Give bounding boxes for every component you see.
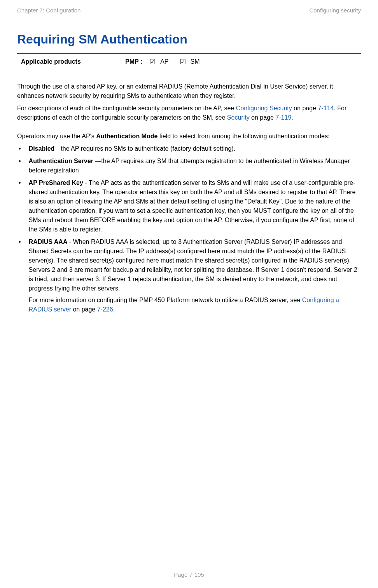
list-item: Disabled—the AP requires no SMs to authe… [17,144,361,153]
checkmark-icon: ☑ [149,57,156,66]
applicable-products-row: Applicable products PMP : ☑ AP ☑ SM [17,57,361,66]
pmp-prefix: PMP : [125,58,142,65]
bullet-bold: RADIUS AAA [29,238,68,245]
link-page-7-119[interactable]: 7-119 [275,114,291,121]
applicable-products-label: Applicable products [21,58,125,65]
bullet-bold: Authentication Server [29,158,95,164]
intro-paragraph-3: Operators may use the AP's Authenticatio… [17,132,361,141]
bullet-text: - When RADIUS AAA is selected, up to 3 A… [29,238,357,292]
link-page-7-114[interactable]: 7-114 [318,105,334,111]
intro-paragraph-1: Through the use of a shared AP key, or a… [17,82,361,101]
link-security[interactable]: Security [227,114,251,121]
bullet-extra-text: on page [71,306,97,313]
page-title: Requiring SM Authentication [17,32,361,47]
header-left: Chapter 7: Configuration [17,7,80,14]
list-item: Authentication Server —the AP requires a… [17,157,361,175]
p2-text: on page [251,114,275,121]
p2-text: on page [292,105,318,111]
link-page-7-226[interactable]: 7-226 [97,306,113,313]
p2-text: . [291,114,293,121]
bullet-text: - The AP acts as the authentication serv… [29,179,356,233]
page-header: Chapter 7: Configuration Configuring sec… [17,7,361,14]
intro-paragraph-2: For descriptions of each of the configur… [17,104,361,122]
p2-text: For descriptions of each of the configur… [17,105,236,111]
page-footer: Page 7-105 [0,571,378,578]
link-configuring-security[interactable]: Configuring Security [236,105,292,111]
checkmark-icon: ☑ [180,57,186,66]
bullet-bold: Disabled [29,145,55,152]
checkbox-ap: ☑ AP [149,57,168,66]
list-item: AP PreShared Key - The AP acts as the au… [17,178,361,234]
divider-top [17,53,361,54]
bullet-text: —the AP requires no SMs to authenticate … [54,145,235,152]
bullet-extra-text: . [113,306,115,313]
p3-text: field to select from among the following… [158,133,329,139]
auth-modes-list: Disabled—the AP requires no SMs to authe… [17,144,361,314]
checkbox-label-sm: SM [191,58,200,65]
bullet-extra-paragraph: For more information on configuring the … [29,296,361,314]
checkbox-sm: ☑ SM [180,57,200,66]
list-item: RADIUS AAA - When RADIUS AAA is selected… [17,237,361,314]
bullet-bold: AP PreShared Key [29,179,83,186]
bullet-extra-text: For more information on configuring the … [29,297,302,303]
divider-bottom [17,70,361,70]
p3-bold: Authentication Mode [96,133,158,139]
header-right: Configuring security [309,7,361,14]
checkbox-label-ap: AP [160,58,168,65]
p3-text: Operators may use the AP's [17,133,96,139]
